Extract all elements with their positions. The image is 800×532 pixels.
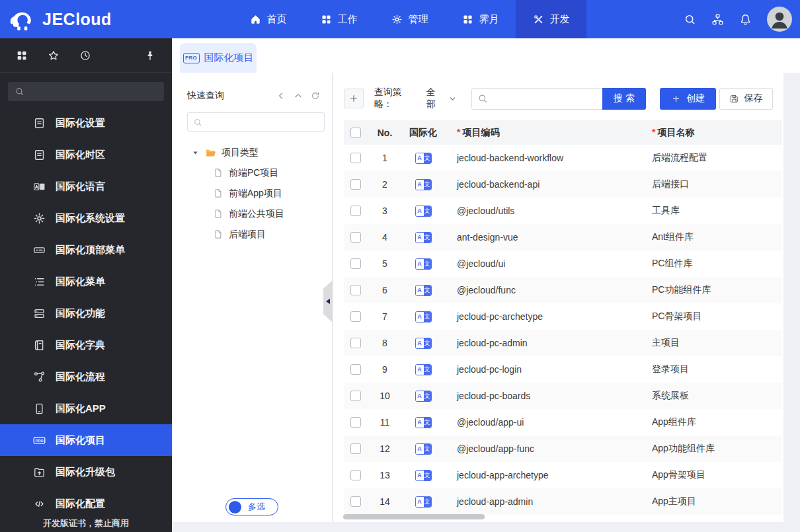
project-name-cell[interactable]: 后端流程配置 (644, 152, 782, 164)
table-row[interactable]: 10 A文 jecloud-pc-boards 系统展板 (344, 383, 782, 409)
tree-node-child-0[interactable]: 前端PC项目 (172, 163, 332, 183)
row-checkbox[interactable] (350, 470, 361, 480)
row-checkbox[interactable] (350, 443, 361, 454)
table-row[interactable]: 11 A文 @jecloud/app-ui App组件库 (344, 409, 782, 436)
project-code-cell[interactable]: jecloud-app-archetype (444, 470, 644, 480)
row-checkbox[interactable] (350, 391, 361, 401)
tree-node-child-2[interactable]: 前端公共项目 (172, 204, 332, 224)
project-name-cell[interactable]: PC骨架项目 (644, 311, 782, 323)
project-name-cell[interactable]: PC功能组件库 (644, 284, 782, 296)
sidebar-item-6[interactable]: 国际化功能 (0, 297, 172, 329)
row-checkbox[interactable] (350, 179, 361, 190)
table-row[interactable]: 3 A文 @jecloud/utils 工具库 (344, 198, 782, 224)
project-code-cell[interactable]: jecloud-pc-boards (444, 391, 644, 401)
table-row[interactable]: 14 A文 jecloud-app-admin App主项目 (344, 488, 782, 515)
app-logo[interactable]: JECloud (0, 5, 165, 33)
sidebar-item-7[interactable]: 国际化字典 (0, 329, 172, 361)
project-code-cell[interactable]: ant-design-vue (444, 232, 644, 243)
strategy-select[interactable]: 全部 (426, 87, 457, 110)
select-all-checkbox[interactable] (350, 128, 361, 138)
project-name-cell[interactable]: App骨架项目 (644, 469, 782, 481)
tree-search[interactable] (187, 112, 325, 132)
translate-icon[interactable]: A文 (415, 443, 432, 455)
nav-item-2[interactable]: 管理 (374, 0, 445, 38)
project-code-cell[interactable]: @jecloud/app-ui (444, 417, 644, 428)
sidebar-item-8[interactable]: 国际化流程 (0, 361, 172, 393)
pin-icon[interactable] (144, 50, 156, 61)
translate-icon[interactable]: A文 (415, 206, 432, 217)
project-name-cell[interactable]: 登录项目 (644, 363, 782, 375)
sidebar-item-10[interactable]: 国际化项目 (0, 424, 172, 456)
row-checkbox[interactable] (350, 338, 361, 348)
row-checkbox[interactable] (350, 232, 361, 243)
chevron-up-icon[interactable] (294, 91, 303, 100)
nav-item-1[interactable]: 工作 (303, 0, 374, 38)
sidebar-item-3[interactable]: 国际化系统设置 (0, 202, 172, 234)
row-checkbox[interactable] (350, 285, 361, 295)
sidebar-item-9[interactable]: 国际化APP (0, 393, 172, 424)
tab-i18n-project[interactable]: PRO 国际化项目 (180, 43, 257, 73)
apps-icon[interactable] (16, 50, 28, 61)
nav-item-3[interactable]: 霁月 (445, 0, 516, 38)
project-name-cell[interactable]: 系统展板 (644, 390, 782, 402)
translate-icon[interactable]: A文 (415, 285, 432, 296)
sidebar-item-5[interactable]: 国际化菜单 (0, 266, 172, 297)
row-checkbox[interactable] (350, 311, 361, 322)
tree-node-root[interactable]: 项目类型 (172, 143, 332, 163)
sidebar-search[interactable] (8, 82, 164, 101)
caret-down-icon[interactable] (191, 149, 200, 157)
add-column-button[interactable] (344, 89, 364, 108)
project-code-cell[interactable]: jecloud-pc-login (444, 364, 644, 375)
nav-item-0[interactable]: 首页 (233, 0, 303, 38)
project-code-cell[interactable]: jecloud-pc-archetype (444, 311, 644, 322)
table-row[interactable]: 13 A文 jecloud-app-archetype App骨架项目 (344, 462, 782, 488)
horizontal-scrollbar[interactable] (343, 514, 485, 519)
nav-item-4[interactable]: 开发 (516, 0, 586, 38)
project-name-cell[interactable]: App主项目 (644, 496, 782, 508)
translate-icon[interactable]: A文 (415, 153, 432, 164)
table-row[interactable]: 4 A文 ant-design-vue Ant组件库 (344, 224, 782, 250)
multi-select-toggle[interactable]: 多选 (225, 498, 278, 515)
org-icon[interactable] (711, 13, 724, 26)
project-name-cell[interactable]: 后端接口 (644, 178, 782, 190)
translate-icon[interactable]: A文 (415, 311, 432, 323)
search-icon[interactable] (684, 13, 696, 26)
row-checkbox[interactable] (350, 206, 361, 216)
translate-icon[interactable]: A文 (415, 417, 432, 428)
sidebar-item-12[interactable]: 国际化配置 (0, 488, 172, 519)
table-row[interactable]: 2 A文 jecloud-backend-api 后端接口 (344, 171, 782, 198)
project-name-cell[interactable]: Ant组件库 (644, 231, 782, 243)
table-row[interactable]: 12 A文 @jecloud/app-func App功能组件库 (344, 436, 782, 462)
row-checkbox[interactable] (350, 417, 361, 428)
translate-icon[interactable]: A文 (415, 258, 432, 270)
project-code-cell[interactable]: @jecloud/ui (444, 258, 644, 269)
sidebar-item-1[interactable]: 国际化时区 (0, 139, 172, 171)
save-button[interactable]: 保存 (719, 88, 773, 110)
project-name-cell[interactable]: App功能组件库 (644, 443, 782, 455)
project-name-cell[interactable]: 工具库 (644, 205, 782, 217)
avatar[interactable] (767, 7, 792, 32)
sidebar-item-4[interactable]: 国际化顶部菜单 (0, 234, 172, 266)
project-code-cell[interactable]: jecloud-backend-workflow (444, 153, 644, 163)
chevron-left-icon[interactable] (276, 91, 286, 100)
table-row[interactable]: 6 A文 @jecloud/func PC功能组件库 (344, 277, 782, 303)
project-name-cell[interactable]: 主项目 (644, 337, 782, 349)
sidebar-item-11[interactable]: 国际化升级包 (0, 456, 172, 488)
star-icon[interactable] (48, 50, 60, 61)
project-code-cell[interactable]: jecloud-pc-admin (444, 338, 644, 348)
sidebar-item-2[interactable]: 国际化语言 (0, 171, 172, 202)
project-name-cell[interactable]: PC组件库 (644, 258, 782, 270)
table-row[interactable]: 1 A文 jecloud-backend-workflow 后端流程配置 (344, 145, 782, 171)
search-button[interactable]: 搜 索 (602, 88, 646, 110)
translate-icon[interactable]: A文 (415, 470, 432, 481)
table-row[interactable]: 5 A文 @jecloud/ui PC组件库 (344, 250, 782, 277)
clock-icon[interactable] (79, 50, 91, 61)
table-row[interactable]: 9 A文 jecloud-pc-login 登录项目 (344, 356, 782, 383)
tree-node-child-3[interactable]: 后端项目 (172, 224, 332, 245)
tree-search-input[interactable] (207, 117, 319, 127)
refresh-icon[interactable] (311, 91, 320, 100)
project-code-cell[interactable]: jecloud-backend-api (444, 179, 644, 190)
tree-node-child-1[interactable]: 前端App项目 (172, 183, 332, 204)
translate-icon[interactable]: A文 (415, 338, 432, 349)
bell-icon[interactable] (739, 13, 752, 26)
